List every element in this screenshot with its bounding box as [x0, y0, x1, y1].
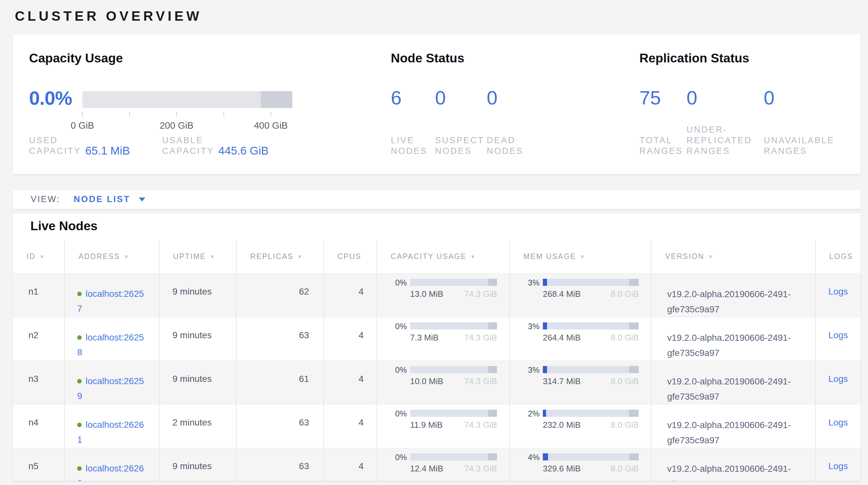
mem-usage-gauge-percent: 4% — [523, 453, 539, 461]
dead-nodes-stat: 0 DEAD NODES — [487, 88, 551, 156]
axis-tick-label: 200 GiB — [159, 120, 193, 131]
cpus-cell: 4 — [323, 317, 377, 361]
logs-cell: Logs — [815, 273, 861, 317]
replicas-value: 63 — [299, 418, 309, 427]
column-header-version[interactable]: VERSION▼ — [651, 240, 815, 273]
capacity-usage-gauge-total-value: 74.3 GiB — [464, 376, 497, 387]
uptime-value: 9 minutes — [173, 330, 212, 340]
column-header-address[interactable]: ADDRESS▼ — [65, 240, 159, 273]
column-header-id[interactable]: ID▼ — [13, 240, 65, 273]
mem-usage-gauge-total-value: 8.0 GiB — [611, 289, 639, 299]
capacity-usage-gauge-percent: 0% — [390, 279, 407, 286]
cpus-value: 4 — [359, 461, 364, 471]
address-link[interactable]: localhost:26258 — [77, 333, 144, 357]
node-status-section: Node Status 6 LIVE NODES 0 SUSPECT NODES… — [391, 51, 640, 156]
capacity-usage-gauge-values: 10.0 MiB74.3 GiB — [410, 376, 497, 387]
axis-tick — [223, 112, 224, 117]
column-header-mem-usage[interactable]: MEM USAGE▼ — [509, 240, 651, 273]
usable-capacity-label: USABLE CAPACITY — [162, 135, 214, 156]
logs-link[interactable]: Logs — [828, 461, 848, 471]
mem-usage-cell: 2%232.0 MiB8.0 GiB — [509, 404, 651, 448]
live-nodes-card: Live Nodes ID▼ADDRESS▼UPTIME▼REPLICAS▼CP… — [13, 213, 861, 481]
column-header-replicas[interactable]: REPLICAS▼ — [237, 240, 323, 273]
capacity-bar-chart: 0 GiB 200 GiB 400 GiB — [82, 91, 292, 131]
node-id: n2 — [28, 330, 38, 340]
node-id-cell: n3 — [13, 361, 65, 404]
version-cell: v19.2.0-alpha.20190606-2491-gfe735c9a97 — [651, 361, 815, 404]
address-link[interactable]: localhost:26262 — [77, 463, 144, 481]
logs-link[interactable]: Logs — [828, 330, 848, 340]
unavailable-ranges-value: 0 — [764, 88, 844, 108]
address-cell: localhost:26261 — [65, 404, 159, 448]
mem-usage-gauge-bar — [543, 366, 639, 373]
under-replicated-ranges-label: UNDER-REPLICATED RANGES — [686, 124, 764, 156]
address-link[interactable]: localhost:26259 — [77, 376, 144, 401]
uptime-value: 9 minutes — [173, 374, 212, 384]
mem-usage-gauge-total-value: 8.0 GiB — [611, 420, 639, 430]
mem-usage-cell: 3%268.4 MiB8.0 GiB — [509, 273, 651, 317]
column-header-label: CAPACITY USAGE — [391, 252, 467, 261]
version-cell: v19.2.0-alpha.20190606-2491-gfe735c9a97 — [651, 448, 815, 481]
sort-descending-icon: ▼ — [39, 254, 45, 259]
mem-usage-gauge-values: 232.0 MiB8.0 GiB — [543, 420, 639, 430]
uptime-cell: 9 minutes — [159, 273, 237, 317]
address-link[interactable]: localhost:26261 — [77, 420, 144, 445]
logs-link[interactable]: Logs — [828, 418, 848, 427]
cpus-cell: 4 — [323, 361, 377, 404]
uptime-cell: 9 minutes — [159, 317, 237, 361]
axis-tick — [176, 112, 177, 117]
column-header-uptime[interactable]: UPTIME▼ — [159, 240, 237, 273]
capacity-usage-gauge-percent: 0% — [390, 453, 407, 461]
view-label: VIEW: — [31, 194, 60, 204]
capacity-usage-gauge-values: 7.3 MiB74.3 GiB — [410, 333, 497, 343]
cpus-value: 4 — [359, 374, 364, 384]
node-status-title: Node Status — [391, 51, 640, 65]
used-capacity-metric: USED CAPACITY 65.1 MiB — [29, 135, 162, 156]
column-header-capacity-usage[interactable]: CAPACITY USAGE▼ — [377, 240, 509, 273]
mem-usage-gauge-used-fill — [543, 279, 547, 286]
table-row: n5localhost:262629 minutes6340%12.4 MiB7… — [13, 448, 861, 481]
sort-descending-icon: ▼ — [470, 254, 476, 259]
logs-link[interactable]: Logs — [828, 374, 848, 384]
capacity-usage-title: Capacity Usage — [29, 51, 391, 65]
uptime-cell: 9 minutes — [159, 361, 237, 404]
uptime-value: 9 minutes — [173, 461, 212, 471]
capacity-usage-gauge-bar — [410, 322, 497, 330]
sort-descending-icon: ▼ — [298, 254, 303, 259]
mem-usage-gauge-reserved-segment — [629, 366, 639, 373]
logs-link[interactable]: Logs — [828, 286, 848, 296]
capacity-usage-gauge-values: 11.9 MiB74.3 GiB — [410, 420, 497, 430]
table-row: n3localhost:262599 minutes6140%10.0 MiB7… — [13, 361, 861, 404]
mem-usage-gauge: 3%264.4 MiB8.0 GiB — [523, 322, 639, 343]
capacity-usage-cell: 0%10.0 MiB74.3 GiB — [377, 361, 509, 404]
node-live-status-dot — [77, 335, 82, 340]
capacity-usage-gauge-values: 13.0 MiB74.3 GiB — [410, 289, 497, 299]
replicas-value: 61 — [299, 374, 309, 384]
capacity-usage-cell: 0%11.9 MiB74.3 GiB — [377, 404, 509, 448]
used-capacity-label: USED CAPACITY — [29, 135, 81, 156]
replicas-cell: 63 — [237, 448, 323, 481]
mem-usage-gauge-values: 314.7 MiB8.0 GiB — [543, 376, 639, 387]
address-link[interactable]: localhost:26257 — [77, 289, 144, 314]
column-header-cpus: CPUS — [323, 240, 377, 273]
logs-cell: Logs — [815, 361, 861, 404]
capacity-usage-gauge: 0%7.3 MiB74.3 GiB — [390, 322, 497, 343]
capacity-usage-gauge-used-value: 7.3 MiB — [410, 333, 438, 343]
capacity-usage-gauge-percent: 0% — [390, 410, 407, 418]
node-list-dropdown[interactable]: NODE LIST — [73, 194, 145, 204]
cpus-cell: 4 — [323, 273, 377, 317]
version-value: v19.2.0-alpha.20190606-2491-gfe735c9a97 — [667, 330, 811, 361]
mem-usage-gauge-reserved-segment — [629, 410, 639, 417]
capacity-usage-gauge-total-value: 74.3 GiB — [464, 420, 497, 430]
capacity-usage-gauge-bar-chart: 11.9 MiB74.3 GiB — [410, 410, 497, 430]
mem-usage-gauge: 2%232.0 MiB8.0 GiB — [523, 410, 639, 430]
mem-usage-gauge-values: 329.6 MiB8.0 GiB — [543, 464, 639, 474]
cluster-summary-card: Capacity Usage 0.0% 0 GiB — [13, 34, 861, 174]
capacity-usage-gauge-reserved-segment — [488, 279, 497, 286]
capacity-usage-gauge-reserved-segment — [488, 453, 497, 460]
suspect-nodes-stat: 0 SUSPECT NODES — [435, 88, 487, 156]
capacity-bar — [82, 91, 292, 108]
capacity-usage-gauge-bar-chart: 10.0 MiB74.3 GiB — [410, 366, 497, 387]
usable-capacity-value: 445.6 GiB — [218, 145, 269, 156]
mem-usage-gauge-bar — [543, 453, 639, 460]
